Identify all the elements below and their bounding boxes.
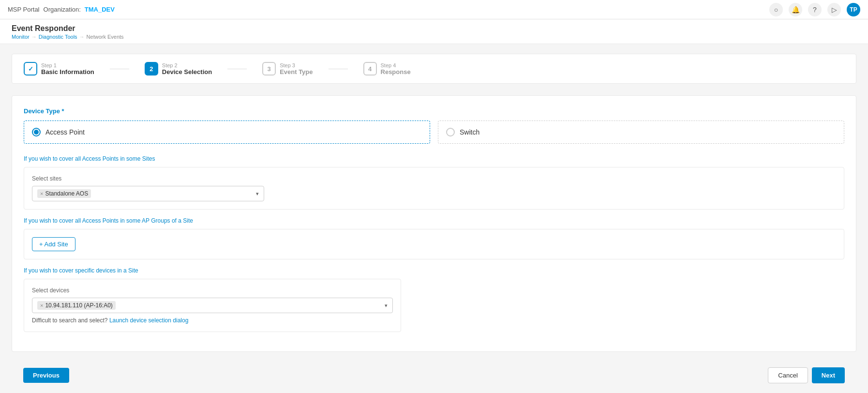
step-divider-2 (227, 69, 247, 69)
ap-groups-hint-text: If you wish to cover all Access Points i… (24, 217, 193, 224)
step-1-name: Basic Information (41, 68, 94, 76)
breadcrumb: Monitor → Diagnostic Tools → Network Eve… (12, 34, 856, 40)
switch-label: Switch (460, 128, 479, 136)
step-3-label: Step 3 (280, 62, 313, 68)
device-option-access-point[interactable]: Access Point (24, 121, 430, 144)
steps-container: ✓ Step 1 Basic Information 2 Step 2 Devi… (12, 54, 856, 84)
top-nav-left: MSP Portal Organization: TMA_DEV (8, 6, 115, 13)
devices-hint-container: If you wish to cover specific devices in… (24, 267, 844, 274)
devices-tag-ip: × 10.94.181.110 (AP-16:A0) (37, 301, 116, 310)
step-divider-3 (329, 69, 348, 69)
step-2-circle: 2 (145, 62, 158, 76)
next-button[interactable]: Next (812, 367, 845, 383)
add-site-button[interactable]: + Add Site (32, 237, 75, 251)
ap-groups-sub-section: + Add Site (24, 229, 844, 259)
devices-hint-text: If you wish to cover specific devices in… (24, 267, 138, 274)
footer-right: Cancel Next (768, 367, 845, 383)
step-1: ✓ Step 1 Basic Information (24, 62, 94, 76)
sites-hint-text: If you wish to cover all Access Points i… (24, 155, 155, 162)
avatar[interactable]: TP (847, 3, 860, 16)
step-2-name: Device Selection (162, 68, 212, 76)
sites-tag-standalone-aos: × Standalone AOS (37, 189, 91, 198)
device-option-switch[interactable]: Switch (438, 121, 844, 144)
step-1-label: Step 1 (41, 62, 94, 68)
sites-sub-section: Select sites × Standalone AOS ▾ (24, 167, 844, 210)
devices-dropdown-chevron: ▾ (385, 302, 388, 309)
step-2: 2 Step 2 Device Selection (145, 62, 212, 76)
page-header: Event Responder Monitor → Diagnostic Too… (0, 19, 868, 44)
portal-link[interactable]: MSP Portal (8, 6, 40, 13)
cancel-button[interactable]: Cancel (768, 367, 808, 383)
previous-button[interactable]: Previous (23, 368, 69, 383)
step-1-circle: ✓ (24, 62, 37, 76)
devices-help-text: Difficult to search and select? Launch d… (32, 317, 393, 324)
forward-icon-btn[interactable]: ▷ (827, 3, 841, 16)
org-label: Organization: (44, 6, 81, 13)
sites-tags: × Standalone AOS (37, 189, 91, 198)
device-type-label: Device Type * (24, 107, 844, 115)
step-4-label: Step 4 (381, 62, 411, 68)
step-4-name: Response (381, 68, 411, 76)
breadcrumb-sep1: → (31, 34, 37, 40)
tag-label-standalone: Standalone AOS (45, 190, 88, 197)
search-icon-btn[interactable]: ○ (769, 3, 783, 16)
radio-inner-access-point (34, 130, 39, 135)
sites-dropdown[interactable]: × Standalone AOS ▾ (32, 186, 264, 201)
step-3-circle: 3 (262, 62, 276, 76)
step-2-label: Step 2 (162, 62, 212, 68)
tag-x-device[interactable]: × (40, 302, 43, 308)
sites-field-label: Select sites (32, 175, 836, 182)
devices-field-label: Select devices (32, 287, 393, 294)
step-divider-1 (110, 69, 129, 69)
step-3-name: Event Type (280, 68, 313, 76)
content-card: Device Type * Access Point Switch If you… (12, 95, 856, 352)
sites-dropdown-chevron: ▾ (256, 191, 259, 197)
main-content: ✓ Step 1 Basic Information 2 Step 2 Devi… (0, 44, 868, 393)
step-4: 4 Step 4 Response (363, 62, 411, 76)
access-point-label: Access Point (45, 128, 85, 136)
top-nav-right: ○ 🔔 ? ▷ TP (769, 3, 860, 16)
breadcrumb-sep2: → (79, 34, 85, 40)
tag-x-standalone[interactable]: × (40, 191, 43, 196)
device-type-row: Access Point Switch (24, 121, 844, 144)
notification-icon-btn[interactable]: 🔔 (789, 3, 802, 16)
devices-tags: × 10.94.181.110 (AP-16:A0) (37, 301, 116, 310)
step-3: 3 Step 3 Event Type (262, 62, 313, 76)
top-nav: MSP Portal Organization: TMA_DEV ○ 🔔 ? ▷… (0, 0, 868, 19)
step-4-circle: 4 (363, 62, 377, 76)
footer-bar: Previous Cancel Next (12, 360, 856, 391)
sites-hint-container: If you wish to cover all Access Points i… (24, 155, 844, 162)
breadcrumb-network-events: Network Events (87, 34, 124, 40)
devices-dropdown[interactable]: × 10.94.181.110 (AP-16:A0) ▾ (32, 298, 393, 313)
breadcrumb-diagnostic[interactable]: Diagnostic Tools (39, 34, 77, 40)
page-title: Event Responder (12, 24, 856, 33)
org-name[interactable]: TMA_DEV (85, 6, 115, 13)
radio-switch (446, 128, 455, 136)
radio-access-point (32, 128, 41, 136)
breadcrumb-monitor[interactable]: Monitor (12, 34, 30, 40)
help-icon-btn[interactable]: ? (808, 3, 822, 16)
devices-sub-section: Select devices × 10.94.181.110 (AP-16:A0… (24, 279, 401, 332)
tag-label-device: 10.94.181.110 (AP-16:A0) (45, 302, 112, 309)
launch-device-dialog-link[interactable]: Launch device selection dialog (109, 317, 188, 324)
ap-groups-hint-container: If you wish to cover all Access Points i… (24, 217, 844, 224)
devices-help-label: Difficult to search and select? (32, 317, 108, 324)
